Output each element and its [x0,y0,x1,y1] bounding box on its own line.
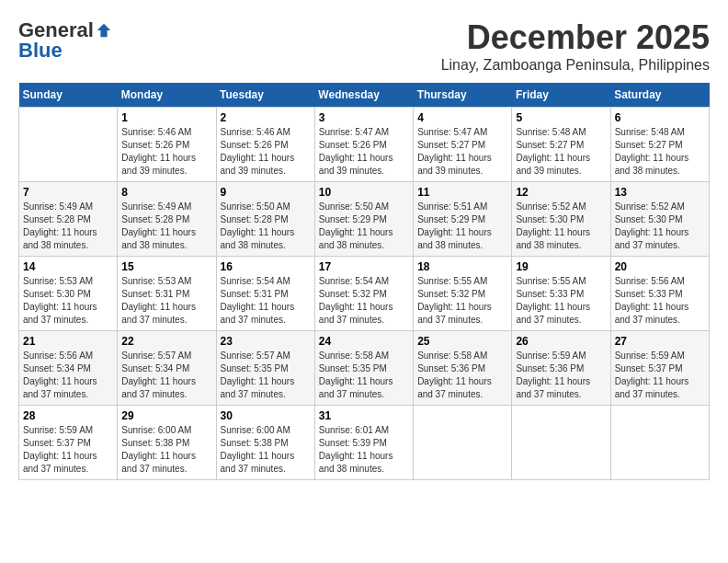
day-number: 10 [319,186,409,199]
day-number: 28 [23,409,113,422]
logo-icon [96,22,112,39]
header: General Blue December 2025 Linay, Zamboa… [18,18,710,74]
day-number: 11 [417,186,507,199]
day-number: 8 [121,186,211,199]
day-info: Sunrise: 5:59 AM Sunset: 5:37 PM Dayligh… [615,350,705,401]
day-info: Sunrise: 5:51 AM Sunset: 5:29 PM Dayligh… [417,201,507,252]
logo: General Blue [18,18,112,63]
calendar-cell: 8Sunrise: 5:49 AM Sunset: 5:28 PM Daylig… [118,182,216,257]
calendar-cell: 6Sunrise: 5:48 AM Sunset: 5:27 PM Daylig… [610,108,709,182]
title-area: December 2025 Linay, Zamboanga Peninsula… [441,18,710,74]
calendar-cell: 23Sunrise: 5:57 AM Sunset: 5:35 PM Dayli… [216,331,314,406]
calendar-cell: 11Sunrise: 5:51 AM Sunset: 5:29 PM Dayli… [414,182,512,257]
day-info: Sunrise: 5:52 AM Sunset: 5:30 PM Dayligh… [516,201,606,252]
week-row-4: 28Sunrise: 5:59 AM Sunset: 5:37 PM Dayli… [19,406,710,480]
day-info: Sunrise: 5:53 AM Sunset: 5:30 PM Dayligh… [23,275,113,327]
day-info: Sunrise: 5:50 AM Sunset: 5:28 PM Dayligh… [221,201,311,252]
calendar-cell: 16Sunrise: 5:54 AM Sunset: 5:31 PM Dayli… [216,257,314,331]
calendar-cell: 17Sunrise: 5:54 AM Sunset: 5:32 PM Dayli… [314,257,413,331]
calendar-cell: 13Sunrise: 5:52 AM Sunset: 5:30 PM Dayli… [610,182,709,257]
day-number: 24 [319,335,409,348]
week-row-3: 21Sunrise: 5:56 AM Sunset: 5:34 PM Dayli… [19,331,710,406]
calendar-cell: 9Sunrise: 5:50 AM Sunset: 5:28 PM Daylig… [216,182,314,257]
day-number: 21 [23,335,113,348]
day-number: 2 [221,111,311,124]
week-row-2: 14Sunrise: 5:53 AM Sunset: 5:30 PM Dayli… [19,257,710,331]
day-info: Sunrise: 5:57 AM Sunset: 5:34 PM Dayligh… [121,350,211,401]
day-number: 20 [615,260,705,273]
day-number: 4 [417,111,507,124]
day-number: 9 [221,186,311,199]
day-number: 29 [121,409,211,422]
calendar-cell [414,406,512,480]
day-number: 30 [221,409,311,422]
day-info: Sunrise: 5:59 AM Sunset: 5:37 PM Dayligh… [23,424,113,476]
header-thursday: Thursday [414,83,512,108]
day-number: 3 [319,111,409,124]
calendar-cell: 12Sunrise: 5:52 AM Sunset: 5:30 PM Dayli… [512,182,610,257]
day-number: 13 [615,186,705,199]
calendar-cell: 30Sunrise: 6:00 AM Sunset: 5:38 PM Dayli… [216,406,314,480]
day-info: Sunrise: 5:48 AM Sunset: 5:27 PM Dayligh… [615,126,705,178]
calendar-cell: 15Sunrise: 5:53 AM Sunset: 5:31 PM Dayli… [118,257,216,331]
day-number: 27 [615,335,705,348]
week-row-0: 1Sunrise: 5:46 AM Sunset: 5:26 PM Daylig… [19,108,710,182]
day-info: Sunrise: 5:54 AM Sunset: 5:32 PM Dayligh… [319,275,409,327]
month-year-title: December 2025 [441,18,710,57]
calendar-cell: 31Sunrise: 6:01 AM Sunset: 5:39 PM Dayli… [314,406,413,480]
calendar-cell: 26Sunrise: 5:59 AM Sunset: 5:36 PM Dayli… [512,331,610,406]
calendar-cell: 29Sunrise: 6:00 AM Sunset: 5:38 PM Dayli… [118,406,216,480]
day-info: Sunrise: 5:55 AM Sunset: 5:32 PM Dayligh… [417,275,507,327]
calendar-cell: 27Sunrise: 5:59 AM Sunset: 5:37 PM Dayli… [610,331,709,406]
calendar-cell: 5Sunrise: 5:48 AM Sunset: 5:27 PM Daylig… [512,108,610,182]
day-number: 6 [615,111,705,124]
calendar-cell: 21Sunrise: 5:56 AM Sunset: 5:34 PM Dayli… [19,331,118,406]
calendar-cell: 10Sunrise: 5:50 AM Sunset: 5:29 PM Dayli… [314,182,413,257]
day-info: Sunrise: 5:46 AM Sunset: 5:26 PM Dayligh… [221,126,311,178]
day-number: 19 [516,260,606,273]
calendar-cell: 4Sunrise: 5:47 AM Sunset: 5:27 PM Daylig… [414,108,512,182]
day-number: 5 [516,111,606,124]
calendar-cell: 14Sunrise: 5:53 AM Sunset: 5:30 PM Dayli… [19,257,118,331]
day-info: Sunrise: 5:53 AM Sunset: 5:31 PM Dayligh… [121,275,211,327]
day-info: Sunrise: 5:56 AM Sunset: 5:34 PM Dayligh… [23,350,113,401]
header-friday: Friday [512,83,610,108]
calendar-cell: 18Sunrise: 5:55 AM Sunset: 5:32 PM Dayli… [414,257,512,331]
day-number: 23 [221,335,311,348]
day-number: 1 [121,111,211,124]
calendar-cell: 22Sunrise: 5:57 AM Sunset: 5:34 PM Dayli… [118,331,216,406]
day-info: Sunrise: 5:49 AM Sunset: 5:28 PM Dayligh… [121,201,211,252]
calendar-cell: 2Sunrise: 5:46 AM Sunset: 5:26 PM Daylig… [216,108,314,182]
calendar-cell [512,406,610,480]
day-info: Sunrise: 6:00 AM Sunset: 5:38 PM Dayligh… [121,424,211,476]
svg-marker-0 [97,24,110,37]
day-info: Sunrise: 5:59 AM Sunset: 5:36 PM Dayligh… [516,350,606,401]
header-wednesday: Wednesday [314,83,413,108]
day-number: 12 [516,186,606,199]
day-info: Sunrise: 6:00 AM Sunset: 5:38 PM Dayligh… [221,424,311,476]
day-info: Sunrise: 5:58 AM Sunset: 5:36 PM Dayligh… [417,350,507,401]
calendar-table: Sunday Monday Tuesday Wednesday Thursday… [18,83,710,480]
calendar-cell: 19Sunrise: 5:55 AM Sunset: 5:33 PM Dayli… [512,257,610,331]
day-number: 18 [417,260,507,273]
day-info: Sunrise: 5:57 AM Sunset: 5:35 PM Dayligh… [221,350,311,401]
day-info: Sunrise: 5:49 AM Sunset: 5:28 PM Dayligh… [23,201,113,252]
day-number: 26 [516,335,606,348]
calendar-cell: 25Sunrise: 5:58 AM Sunset: 5:36 PM Dayli… [414,331,512,406]
calendar-cell: 20Sunrise: 5:56 AM Sunset: 5:33 PM Dayli… [610,257,709,331]
calendar-cell [19,108,118,182]
day-number: 31 [319,409,409,422]
day-number: 16 [221,260,311,273]
day-info: Sunrise: 5:50 AM Sunset: 5:29 PM Dayligh… [319,201,409,252]
day-info: Sunrise: 5:54 AM Sunset: 5:31 PM Dayligh… [221,275,311,327]
day-info: Sunrise: 5:58 AM Sunset: 5:35 PM Dayligh… [319,350,409,401]
day-number: 22 [121,335,211,348]
calendar-cell: 1Sunrise: 5:46 AM Sunset: 5:26 PM Daylig… [118,108,216,182]
day-number: 7 [23,186,113,199]
day-info: Sunrise: 5:47 AM Sunset: 5:27 PM Dayligh… [417,126,507,178]
calendar-cell: 28Sunrise: 5:59 AM Sunset: 5:37 PM Dayli… [19,406,118,480]
header-tuesday: Tuesday [216,83,314,108]
calendar-cell: 24Sunrise: 5:58 AM Sunset: 5:35 PM Dayli… [314,331,413,406]
calendar-cell: 3Sunrise: 5:47 AM Sunset: 5:26 PM Daylig… [314,108,413,182]
week-row-1: 7Sunrise: 5:49 AM Sunset: 5:28 PM Daylig… [19,182,710,257]
